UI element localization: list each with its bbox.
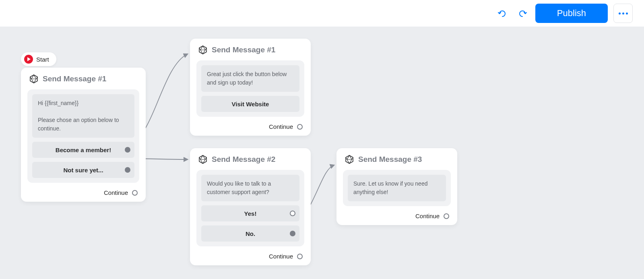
flow-canvas[interactable]: Start Send Message #1 Hi {{first_name}} … bbox=[0, 27, 644, 279]
continue-row: Continue bbox=[27, 189, 139, 196]
option-label: Become a member! bbox=[56, 147, 111, 153]
continue-row: Continue bbox=[196, 123, 304, 130]
button-visit-website[interactable]: Visit Website bbox=[201, 96, 299, 112]
option-yes[interactable]: Yes! bbox=[201, 205, 299, 221]
more-icon bbox=[619, 12, 628, 14]
node-title: Send Message #2 bbox=[212, 155, 275, 164]
top-toolbar: Publish bbox=[0, 0, 644, 27]
option-label: Yes! bbox=[244, 210, 257, 217]
node-header: Send Message #2 bbox=[196, 155, 304, 170]
continue-label: Continue bbox=[269, 253, 293, 260]
button-label: Visit Website bbox=[232, 101, 269, 107]
node-title: Send Message #1 bbox=[43, 74, 106, 83]
node-body: Would you like to talk to a customer sup… bbox=[196, 170, 304, 246]
node-send-message-2[interactable]: Send Message #2 Would you like to talk t… bbox=[190, 148, 311, 265]
option-not-sure[interactable]: Not sure yet... bbox=[32, 162, 134, 178]
option-become-member[interactable]: Become a member! bbox=[32, 142, 134, 158]
message-text: Would you like to talk to a customer sup… bbox=[201, 175, 299, 201]
message-text: Sure. Let us know if you need anything e… bbox=[348, 175, 446, 201]
continue-port[interactable] bbox=[132, 190, 138, 196]
undo-button[interactable] bbox=[495, 6, 510, 21]
continue-label: Continue bbox=[269, 123, 293, 130]
undo-icon bbox=[497, 8, 507, 18]
connection-port[interactable] bbox=[125, 167, 130, 173]
continue-label: Continue bbox=[415, 213, 440, 219]
d20-icon bbox=[198, 45, 208, 55]
node-header: Send Message #3 bbox=[343, 155, 451, 170]
option-label: Not sure yet... bbox=[63, 167, 103, 174]
continue-label: Continue bbox=[104, 189, 128, 196]
connection-port[interactable] bbox=[290, 231, 295, 236]
node-body: Sure. Let us know if you need anything e… bbox=[343, 170, 451, 206]
continue-port[interactable] bbox=[297, 254, 303, 259]
message-text: Hi {{first_name}} Please chose an option… bbox=[32, 94, 134, 138]
node-body: Great just click the button below and si… bbox=[196, 60, 304, 117]
node-title: Send Message #1 bbox=[212, 45, 275, 54]
node-body: Hi {{first_name}} Please chose an option… bbox=[27, 89, 139, 183]
node-send-message-1a[interactable]: Send Message #1 Hi {{first_name}} Please… bbox=[21, 68, 146, 202]
continue-row: Continue bbox=[196, 253, 304, 260]
connection-port[interactable] bbox=[125, 147, 130, 153]
option-no[interactable]: No. bbox=[201, 225, 299, 242]
d20-icon bbox=[198, 155, 208, 164]
start-node[interactable]: Start bbox=[21, 52, 56, 66]
more-menu-button[interactable] bbox=[613, 4, 633, 23]
continue-row: Continue bbox=[343, 213, 451, 219]
play-icon bbox=[24, 55, 33, 64]
redo-icon bbox=[518, 8, 527, 18]
continue-port[interactable] bbox=[297, 124, 303, 130]
d20-icon bbox=[29, 74, 39, 84]
message-text: Great just click the button below and si… bbox=[201, 65, 299, 92]
start-label: Start bbox=[36, 56, 49, 63]
d20-icon bbox=[345, 155, 354, 164]
continue-port[interactable] bbox=[444, 213, 449, 219]
connection-port[interactable] bbox=[290, 211, 295, 216]
node-title: Send Message #3 bbox=[358, 155, 422, 164]
publish-button[interactable]: Publish bbox=[535, 4, 608, 23]
node-send-message-1b[interactable]: Send Message #1 Great just click the but… bbox=[190, 39, 311, 136]
node-header: Send Message #1 bbox=[27, 74, 139, 89]
option-label: No. bbox=[246, 230, 255, 237]
node-header: Send Message #1 bbox=[196, 45, 304, 60]
redo-button[interactable] bbox=[515, 6, 530, 21]
node-send-message-3[interactable]: Send Message #3 Sure. Let us know if you… bbox=[336, 148, 457, 225]
